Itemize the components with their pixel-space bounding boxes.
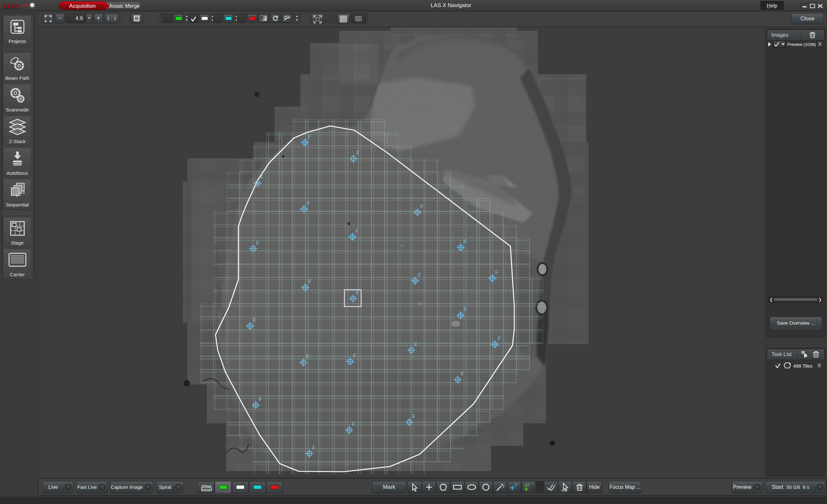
svg-text:2: 2 [19, 193, 21, 196]
svg-text:3: 3 [22, 191, 25, 195]
svg-text:F: F [353, 353, 356, 359]
svg-text:AF: AF [524, 483, 530, 488]
svg-text:F: F [253, 317, 256, 323]
svg-text:F: F [498, 336, 501, 342]
svg-text:F: F [260, 175, 263, 180]
svg-text:ALL: ALL [561, 489, 566, 492]
svg-text:F: F [418, 272, 421, 278]
svg-text:F: F [312, 445, 315, 451]
svg-text:F: F [414, 342, 418, 347]
svg-text:F: F [356, 150, 359, 156]
svg-text:F: F [461, 371, 464, 377]
svg-text:F: F [495, 270, 498, 275]
svg-text:1: 1 [16, 194, 18, 197]
svg-text:F: F [307, 201, 310, 206]
svg-text:F: F [306, 354, 309, 360]
svg-text:F: F [355, 229, 358, 234]
svg-text:F: F [308, 134, 311, 140]
svg-text:F: F [464, 307, 467, 312]
svg-text:F: F [356, 290, 359, 296]
svg-text:F: F [412, 414, 416, 419]
svg-text:F: F [256, 240, 259, 246]
svg-text:F: F [515, 483, 518, 488]
svg-text:F: F [464, 239, 467, 245]
svg-text:F: F [352, 421, 355, 427]
svg-text:F: F [308, 279, 311, 285]
svg-text:F: F [420, 204, 424, 209]
svg-text:F: F [259, 397, 262, 402]
